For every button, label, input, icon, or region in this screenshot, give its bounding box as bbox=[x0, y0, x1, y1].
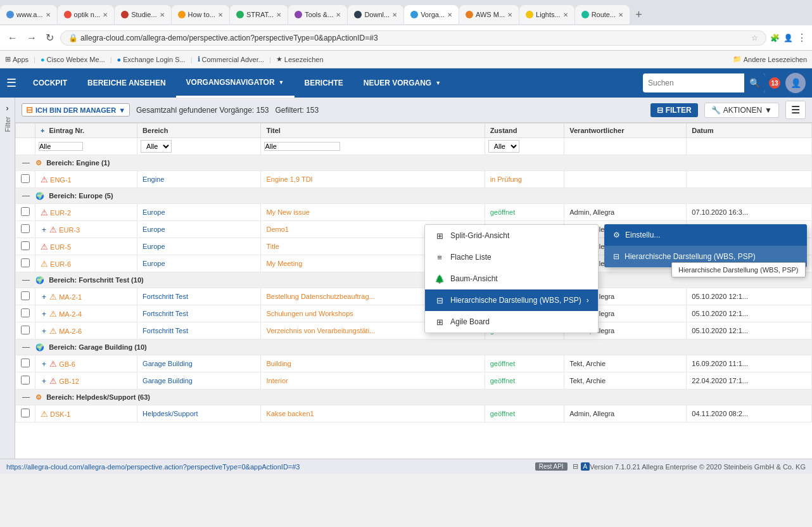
row-checkbox-eur5[interactable] bbox=[21, 241, 30, 250]
actions-button[interactable]: 🔧 AKTIONEN ▼ bbox=[704, 103, 779, 118]
collapse-fortschritt-button[interactable]: — bbox=[21, 276, 31, 284]
link-dsk1[interactable]: DSK-1 bbox=[50, 410, 70, 418]
link-eng1[interactable]: ENG-1 bbox=[50, 176, 72, 184]
tab-5-close[interactable]: ✕ bbox=[276, 11, 281, 18]
link-eur3[interactable]: EUR-3 bbox=[59, 226, 80, 234]
title-eng1[interactable]: Engine 1,9 TDI bbox=[266, 175, 312, 183]
tab-11[interactable]: Route... ✕ bbox=[575, 5, 630, 24]
url-box[interactable]: 🔒 allegra-cloud.com/allegra-demo/perspec… bbox=[60, 30, 766, 46]
dropdown-tree-view[interactable]: 🌲 Baum-Ansicht bbox=[425, 268, 598, 289]
link-eur5[interactable]: EUR-5 bbox=[50, 243, 71, 251]
bereich-eur2[interactable]: Europe bbox=[143, 208, 165, 216]
nav-vorgangsnavigator[interactable]: VORGANGSNAVIGATOR ▼ bbox=[176, 68, 295, 98]
bookmark-cisco[interactable]: ● Cisco Webex Me... bbox=[41, 56, 105, 63]
dropdown-hierarchical[interactable]: ⊟ Hierarchische Darstellung (WBS, PSP) › bbox=[425, 289, 598, 311]
bereich-eur6[interactable]: Europe bbox=[143, 260, 165, 267]
tab-4-close[interactable]: ✕ bbox=[218, 11, 223, 18]
bookmark-andere[interactable]: 📁 Andere Lesezeichen bbox=[733, 55, 807, 63]
row-checkbox-gb12[interactable] bbox=[21, 376, 30, 384]
sidebar-toggle[interactable]: › Filter bbox=[0, 98, 15, 459]
rest-api-button[interactable]: Rest API bbox=[535, 462, 568, 471]
bereich-eur3[interactable]: Europe bbox=[143, 225, 165, 233]
tab-9[interactable]: AWS M... ✕ bbox=[459, 5, 519, 24]
bereich-gb12[interactable]: Garage Building bbox=[143, 377, 193, 384]
link-eur2[interactable]: EUR-2 bbox=[50, 209, 71, 217]
bereich-dsk1[interactable]: Helpdesk/Support bbox=[143, 410, 198, 417]
expand-gb12-button[interactable]: + bbox=[41, 377, 48, 386]
link-gb6[interactable]: GB-6 bbox=[59, 360, 75, 368]
new-tab-button[interactable]: + bbox=[630, 8, 647, 22]
status-url[interactable]: https://allegra-cloud.com/allegra-demo/p… bbox=[6, 463, 300, 471]
search-input[interactable] bbox=[643, 76, 744, 90]
collapse-engine-button[interactable]: — bbox=[21, 158, 31, 167]
title-eur5[interactable]: Title bbox=[266, 243, 279, 250]
extensions-icon[interactable]: 🧩 bbox=[770, 34, 780, 42]
tab-1-close[interactable]: ✕ bbox=[46, 11, 51, 18]
filter-zustand-select[interactable]: Alle bbox=[488, 140, 519, 153]
link-ma26[interactable]: MA-2-6 bbox=[59, 327, 82, 335]
tab-10[interactable]: Lights... ✕ bbox=[519, 5, 574, 24]
nav-cockpit[interactable]: COCKPIT bbox=[23, 68, 77, 98]
row-checkbox-dsk1[interactable] bbox=[21, 409, 30, 417]
filter-titel-input[interactable] bbox=[264, 142, 340, 151]
title-eur6[interactable]: My Meeting bbox=[266, 260, 302, 267]
notification-badge[interactable]: 13 bbox=[769, 77, 780, 89]
tab-3-close[interactable]: ✕ bbox=[160, 11, 165, 18]
bereich-gb6[interactable]: Garage Building bbox=[143, 360, 193, 367]
row-checkbox-eur2[interactable] bbox=[21, 207, 30, 216]
dropdown-agile-board[interactable]: ⊞ Agile Board bbox=[425, 311, 598, 333]
row-checkbox-ma21[interactable] bbox=[21, 291, 30, 300]
link-ma24[interactable]: MA-2-4 bbox=[59, 310, 82, 318]
menu-icon[interactable]: ⋮ bbox=[797, 32, 807, 44]
title-ma26[interactable]: Verzeichnis von Verarbeitungstäti... bbox=[266, 327, 375, 334]
forward-button[interactable]: → bbox=[24, 31, 39, 45]
bookmark-exchange[interactable]: ● Exchange Login S... bbox=[117, 56, 186, 63]
row-checkbox-ma24[interactable] bbox=[21, 308, 30, 317]
bereich-eur5[interactable]: Europe bbox=[143, 243, 165, 250]
bereich-ma21[interactable]: Fortschritt Test bbox=[143, 293, 188, 300]
tab-6-close[interactable]: ✕ bbox=[336, 11, 341, 18]
title-dsk1[interactable]: Kakse backen1 bbox=[266, 410, 314, 417]
expand-ma24-button[interactable]: + bbox=[41, 310, 48, 319]
dropdown-split-grid[interactable]: ⊞ Split-Grid-Ansicht bbox=[425, 225, 598, 246]
tab-1[interactable]: www.a... ✕ bbox=[0, 5, 57, 24]
view-toggle-button[interactable]: ☰ bbox=[785, 101, 806, 119]
add-entry-icon[interactable]: + bbox=[41, 127, 44, 134]
refresh-button[interactable]: ↻ bbox=[43, 30, 56, 45]
expand-ma26-button[interactable]: + bbox=[41, 327, 48, 336]
tab-2-close[interactable]: ✕ bbox=[103, 11, 108, 18]
expand-gb6-button[interactable]: + bbox=[41, 360, 48, 369]
tab-2[interactable]: optik n... ✕ bbox=[58, 5, 115, 24]
nav-bereiche[interactable]: BEREICHE ANSEHEN bbox=[77, 68, 176, 98]
row-checkbox-eng1[interactable] bbox=[21, 174, 30, 183]
tab-8-close[interactable]: ✕ bbox=[447, 11, 452, 18]
dropdown-flat-list[interactable]: ≡ Flache Liste bbox=[425, 246, 598, 268]
tab-3[interactable]: Studie... ✕ bbox=[115, 5, 170, 24]
collapse-garage-button[interactable]: — bbox=[21, 343, 31, 352]
expand-ma21-button[interactable]: + bbox=[41, 293, 48, 302]
link-gb12[interactable]: GB-12 bbox=[59, 378, 79, 385]
title-gb6[interactable]: Building bbox=[266, 360, 291, 367]
row-checkbox-eur3[interactable] bbox=[21, 224, 30, 233]
title-eur2[interactable]: My New issue bbox=[266, 208, 309, 216]
tab-4[interactable]: How to... ✕ bbox=[172, 5, 229, 24]
bookmark-star-icon[interactable]: ☆ bbox=[751, 34, 758, 42]
title-ma21[interactable]: Bestellung Datenschutzbeauftrag... bbox=[266, 293, 374, 300]
link-eur6[interactable]: EUR-6 bbox=[50, 260, 71, 268]
bereich-ma26[interactable]: Fortschritt Test bbox=[143, 327, 188, 334]
bookmark-apps[interactable]: ⊞ Apps bbox=[5, 55, 29, 63]
filter-bereich-select[interactable]: Alle bbox=[141, 140, 172, 153]
title-eur3[interactable]: Demo1 bbox=[266, 225, 288, 233]
collapse-europe-button[interactable]: — bbox=[21, 191, 31, 200]
bookmark-commercial[interactable]: ℹ Commercial Adver... bbox=[198, 55, 264, 63]
back-button[interactable]: ← bbox=[5, 31, 20, 45]
filter-button[interactable]: ⊟ FILTER bbox=[650, 103, 698, 117]
search-button[interactable]: 🔍 bbox=[744, 73, 765, 92]
row-checkbox-ma26[interactable] bbox=[21, 326, 30, 334]
manager-filter-tag[interactable]: ⊟ ICH BIN DER MANAGER ▼ bbox=[22, 103, 130, 117]
tab-5[interactable]: STRAT... ✕ bbox=[230, 5, 288, 24]
title-gb12[interactable]: Interior bbox=[266, 377, 288, 384]
row-checkbox-eur6[interactable] bbox=[21, 258, 30, 267]
user-avatar[interactable]: 👤 bbox=[785, 73, 806, 93]
bookmark-lesezeichen[interactable]: ★ Lesezeichen bbox=[276, 55, 324, 63]
